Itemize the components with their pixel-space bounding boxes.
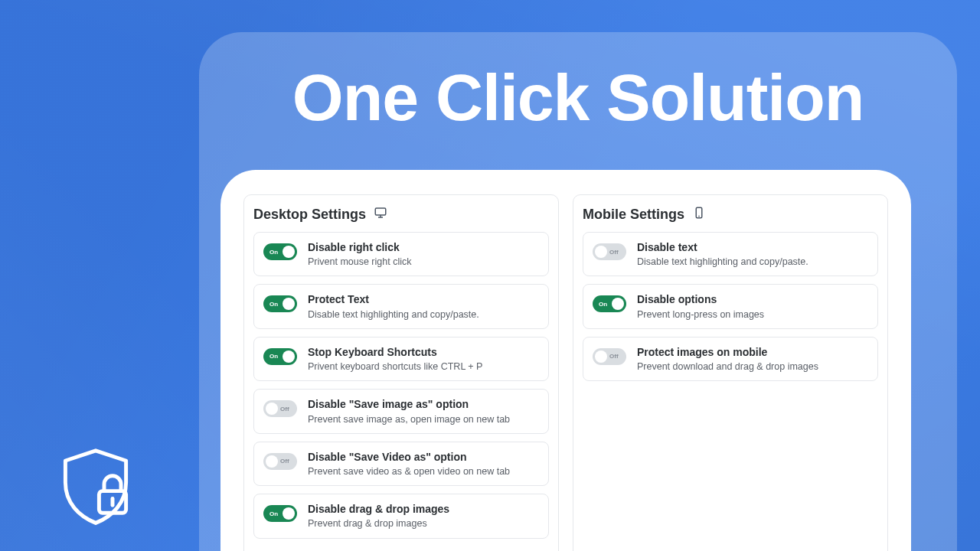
toggle-state-label: Off xyxy=(609,249,619,256)
setting-description: Prevent long-press on images xyxy=(637,308,868,321)
toggle-knob xyxy=(612,298,624,310)
setting-description: Disable text highlighting and copy/paste… xyxy=(637,256,868,268)
toggle-state-label: Off xyxy=(280,458,289,465)
mobile-settings-column: Mobile Settings OffDisable textDisable t… xyxy=(573,194,888,551)
setting-description: Privent keyboard shortcuts like CTRL + P xyxy=(308,360,539,373)
desktop-toggle-5[interactable]: On xyxy=(263,505,297,522)
desktop-toggle-1[interactable]: On xyxy=(263,295,297,312)
desktop-settings-header: Desktop Settings xyxy=(253,206,549,223)
setting-texts: Protect images on mobilePrevent download… xyxy=(637,345,868,373)
setting-title: Protect Text xyxy=(308,292,539,306)
toggle-knob xyxy=(266,403,278,415)
monitor-icon xyxy=(374,206,387,223)
toggle-knob xyxy=(283,298,295,310)
phone-icon xyxy=(692,206,706,223)
setting-title: Disable text xyxy=(637,240,868,254)
desktop-setting-row: OnDisable right clickPrivent mouse right… xyxy=(253,232,549,276)
setting-texts: Protect TextDisable text highlighting an… xyxy=(308,292,539,320)
setting-description: Disable text highlighting and copy/paste… xyxy=(308,308,539,321)
toggle-state-label: On xyxy=(270,249,278,256)
toggle-knob xyxy=(595,246,607,258)
setting-title: Disable drag & drop images xyxy=(308,502,539,516)
hero-card: One Click Solution Desktop Settings OnDi… xyxy=(199,32,957,551)
setting-description: Prevent drag & drop images xyxy=(308,517,539,530)
setting-texts: Disable textDisable text highlighting an… xyxy=(637,240,868,268)
mobile-setting-row: OffDisable textDisable text highlighting… xyxy=(583,232,878,276)
toggle-knob xyxy=(283,246,295,258)
desktop-settings-column: Desktop Settings OnDisable right clickPr… xyxy=(243,194,559,551)
setting-texts: Disable "Save image as" optionPrevent sa… xyxy=(308,397,539,425)
setting-texts: Disable optionsPrevent long-press on ima… xyxy=(637,292,868,320)
mobile-settings-title: Mobile Settings xyxy=(583,207,684,223)
setting-title: Protect images on mobile xyxy=(637,345,868,359)
toggle-knob xyxy=(595,350,607,363)
toggle-state-label: On xyxy=(599,301,607,308)
desktop-setting-row: OffDisable "Save Video as" optionPrevent… xyxy=(253,442,549,486)
toggle-knob xyxy=(283,350,295,363)
toggle-state-label: On xyxy=(270,510,278,517)
setting-texts: Disable "Save Video as" optionPrevent sa… xyxy=(308,450,539,478)
mobile-setting-row: OffProtect images on mobilePrevent downl… xyxy=(583,337,878,381)
setting-title: Disable right click xyxy=(308,240,539,254)
mobile-toggle-0[interactable]: Off xyxy=(593,243,626,260)
setting-description: Privent mouse right click xyxy=(308,256,539,268)
desktop-toggle-4[interactable]: Off xyxy=(263,453,297,470)
desktop-toggle-2[interactable]: On xyxy=(263,348,297,365)
setting-title: Disable "Save image as" option xyxy=(308,397,539,411)
desktop-setting-row: OnStop Keyboard ShortcutsPrivent keyboar… xyxy=(253,337,549,381)
desktop-setting-row: OnProtect TextDisable text highlighting … xyxy=(253,284,549,328)
setting-title: Stop Keyboard Shortcuts xyxy=(308,345,539,359)
setting-description: Prevent save video as & open video on ne… xyxy=(308,465,539,478)
desktop-settings-title: Desktop Settings xyxy=(253,207,366,223)
desktop-toggle-3[interactable]: Off xyxy=(263,400,297,417)
desktop-setting-row: OffDisable "Save image as" optionPrevent… xyxy=(253,389,549,433)
mobile-settings-header: Mobile Settings xyxy=(583,206,878,223)
setting-texts: Stop Keyboard ShortcutsPrivent keyboard … xyxy=(308,345,539,373)
setting-title: Disable options xyxy=(637,292,868,306)
setting-description: Prevent download and drag & drop images xyxy=(637,360,868,373)
shield-lock-icon xyxy=(54,444,138,528)
mobile-setting-row: OnDisable optionsPrevent long-press on i… xyxy=(583,284,878,328)
toggle-state-label: On xyxy=(270,301,278,308)
desktop-toggle-0[interactable]: On xyxy=(263,243,297,260)
toggle-state-label: Off xyxy=(280,406,289,412)
setting-description: Prevent save image as, open image on new… xyxy=(308,413,539,425)
mobile-toggle-2[interactable]: Off xyxy=(593,348,626,365)
mobile-toggle-1[interactable]: On xyxy=(593,295,626,312)
setting-texts: Disable right clickPrivent mouse right c… xyxy=(308,240,539,268)
toggle-state-label: On xyxy=(270,353,278,360)
setting-texts: Disable drag & drop imagesPrevent drag &… xyxy=(308,502,539,530)
settings-panel: Desktop Settings OnDisable right clickPr… xyxy=(220,170,911,551)
hero-title: One Click Solution xyxy=(199,63,957,132)
setting-title: Disable "Save Video as" option xyxy=(308,450,539,464)
toggle-state-label: Off xyxy=(609,353,619,360)
desktop-setting-row: OnDisable drag & drop imagesPrevent drag… xyxy=(253,494,549,538)
svg-rect-2 xyxy=(375,208,386,215)
toggle-knob xyxy=(266,455,278,468)
toggle-knob xyxy=(283,507,295,520)
